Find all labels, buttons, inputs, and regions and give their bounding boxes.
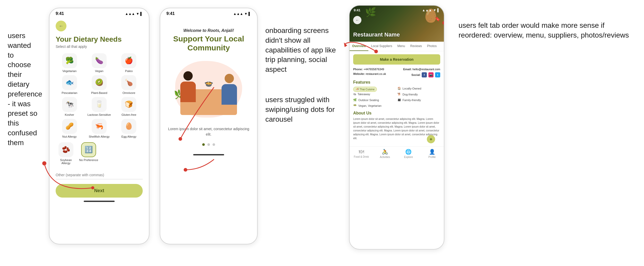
list-item[interactable]: 🍞 Gluten-free — [115, 97, 143, 116]
carousel-dot-1[interactable] — [202, 143, 205, 146]
diet-label-kosher: Kosher — [65, 113, 74, 116]
list-item[interactable]: 🥛 Lactose-Sensitive — [85, 97, 113, 116]
tab-menu[interactable]: Menu — [395, 42, 408, 51]
food-drink-icon: 🍽 — [359, 149, 364, 155]
signal-icon: ▲▲▲ — [422, 8, 432, 12]
feature-dog-friendly: 🐕 Dog-friendly — [397, 93, 440, 96]
diet-label-nopreference: No Preference — [79, 158, 98, 162]
diet-label-lactose: Lactose-Sensitive — [88, 113, 111, 116]
feature-family-friendly: 👨‍👩‍👧 Family-friendly — [397, 98, 440, 102]
person2-body — [222, 84, 237, 105]
social-label: Social: — [411, 73, 421, 76]
list-item[interactable]: 🥚 Egg Allergy — [115, 119, 143, 138]
diet-icon-kosher: 🐄 — [62, 97, 77, 112]
middle-annotation-top: onboarding screens didn't show all capab… — [265, 26, 340, 74]
person1-illustration — [178, 71, 198, 105]
diet-label-nutallergy: Nut Allergy — [62, 135, 77, 138]
nav-label-activities: Activities — [380, 156, 390, 158]
activities-icon: 🚴 — [382, 149, 388, 155]
list-item[interactable]: 🍗 Omnivore — [115, 75, 143, 94]
phone3-mockup: 🌿 🥚 9:41 ▲▲▲ ▼ ▌ ← 🔖 Restaurant Name — [349, 5, 444, 250]
feature-takeaway: 🛍 Takeaway — [353, 93, 396, 96]
phone2-container: 9:41 ▲▲▲ ▼ ▌ Welcome to Roots, Anjali! S… — [155, 0, 263, 266]
tab-local-suppliers[interactable]: Local Suppliers — [368, 42, 395, 51]
feature-tag-thai: 🍜 Thai Cuisine — [353, 87, 377, 92]
carousel-dots — [202, 143, 215, 146]
social-icons: f 📷 t — [422, 72, 440, 77]
list-item[interactable]: 🍎 Paleo — [115, 53, 143, 73]
list-item[interactable]: 🥦 Vegetarian — [56, 53, 83, 73]
bowl-icon: 🍲 — [204, 79, 213, 87]
twitter-icon[interactable]: t — [435, 72, 440, 77]
phone1-time: 9:41 — [56, 11, 64, 16]
list-item[interactable]: 🥝 Plant-Based — [85, 75, 113, 94]
tab-overview[interactable]: Overview — [350, 42, 368, 51]
diet-label-eggallergy: Egg Allergy — [121, 135, 136, 138]
diet-icon-plantbased: 🥝 — [92, 75, 107, 90]
carousel-dot-2[interactable] — [207, 143, 210, 146]
no-preference-option[interactable]: 🔢 No Preference — [78, 142, 99, 165]
list-item: 🥗 Vegan, Vegetarian — [353, 104, 396, 108]
list-item[interactable]: 🫘 Soybean Allergy — [56, 142, 76, 165]
email-value: hello@restaurant.com — [412, 68, 440, 71]
tab-photos[interactable]: Photos — [425, 42, 439, 51]
list-item[interactable]: 🍆 Vegan — [85, 53, 113, 73]
carousel-dot-3[interactable] — [213, 143, 215, 146]
middle-annotation: onboarding screens didn't show all capab… — [263, 0, 345, 266]
wifi-icon: ▼ — [244, 12, 248, 16]
person2-head — [225, 74, 234, 83]
diet-icon-paleo: 🍎 — [121, 53, 136, 68]
nav-profile[interactable]: 👤 Profile — [420, 149, 444, 158]
restaurant-back-button[interactable]: ← — [353, 16, 361, 24]
instagram-icon[interactable]: 📷 — [428, 72, 434, 77]
list-item: 🍜 Thai Cuisine — [353, 87, 396, 91]
nav-food-drink[interactable]: 🍽 Food & Drink — [350, 149, 373, 158]
list-item: 🏠 Locally-Owned — [397, 87, 440, 91]
diet-icon-pescatarian: 🐟 — [62, 75, 77, 90]
plus-button[interactable]: + — [427, 135, 435, 143]
list-item[interactable]: 🐟 Pescatarian — [56, 75, 83, 94]
left-annotation-text: users wanted to choose their dietary pre… — [8, 31, 39, 148]
dietary-subtitle: Select all that apply — [56, 45, 143, 49]
list-item: 🐕 Dog-friendly — [397, 93, 440, 97]
reservation-button[interactable]: Make a Reservation — [353, 54, 440, 65]
list-item: 🌿 Outdoor Seating — [353, 98, 396, 103]
diet-label-glutenfree: Gluten-free — [122, 113, 137, 116]
other-input[interactable] — [56, 171, 143, 179]
next-button[interactable]: Next — [56, 184, 143, 198]
feature-outdoor-seating: 🌿 Outdoor Seating — [353, 98, 396, 102]
list-item[interactable]: 🦐 Shellfish Allergy — [85, 119, 113, 138]
battery-icon: ▌ — [249, 12, 251, 16]
diet-label-shellfish: Shellfish Allergy — [89, 135, 109, 138]
list-item[interactable]: 🐄 Kosher — [56, 97, 83, 116]
tab-reviews[interactable]: Reviews — [408, 42, 424, 51]
phone2-status-icons: ▲▲▲ ▼ ▌ — [233, 12, 251, 16]
phone1-container: 9:41 ▲▲▲ ▼ ▌ ← Your Dietary Needs Select… — [44, 0, 155, 266]
nav-label-explore: Explore — [404, 156, 413, 158]
nav-activities[interactable]: 🚴 Activities — [373, 149, 397, 158]
right-annotation-text: users felt tab order would make more sen… — [459, 21, 636, 40]
person1-body — [180, 82, 196, 102]
list-item[interactable]: 🥜 Nut Allergy — [56, 119, 83, 138]
diet-label-vegan: Vegan — [95, 69, 104, 73]
nav-explore[interactable]: 🌐 Explore — [397, 149, 420, 158]
diet-icon-vegan: 🍆 — [92, 53, 107, 68]
website-label: Website: restaurant.co.uk — [353, 72, 386, 77]
phone-value: +447655876349 — [363, 68, 384, 71]
about-title: About Us — [353, 111, 440, 116]
diet-label-soybean: Soybean Allergy — [56, 158, 76, 165]
diet-icon-nutallergy: 🥜 — [62, 119, 77, 134]
diet-icon-glutenfree: 🍞 — [121, 97, 136, 112]
phone3-status-icons: ▲▲▲ ▼ ▌ — [422, 8, 440, 12]
restaurant-tabs: Overview Local Suppliers Menu Reviews Ph… — [350, 42, 444, 51]
facebook-icon[interactable]: f — [422, 72, 427, 77]
back-button[interactable]: ← — [56, 21, 66, 31]
phone-label: Phone: +447655876349 — [353, 68, 384, 71]
wifi-icon: ▼ — [136, 12, 139, 16]
onboarding-illustration: 🌿 🍲 — [173, 58, 245, 120]
middle-annotation-bottom: users struggled with swiping/using dots … — [265, 95, 340, 124]
phone3-time: 9:41 — [354, 8, 360, 12]
nav-label-profile: Profile — [428, 156, 436, 158]
onboarding-title: Support Your Local Community — [173, 34, 244, 52]
bookmark-icon[interactable]: 🔖 — [435, 16, 440, 22]
